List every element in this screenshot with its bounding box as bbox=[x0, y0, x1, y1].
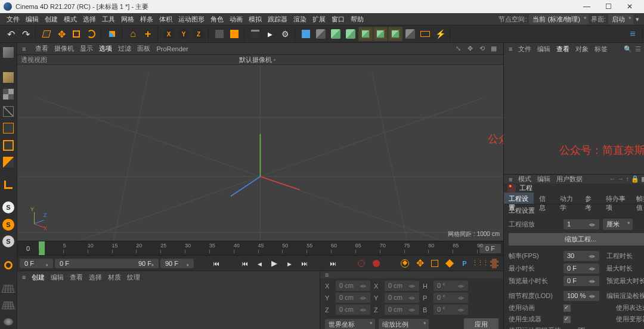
record-button[interactable] bbox=[355, 257, 368, 269]
mat-tab-select[interactable]: 选择 bbox=[89, 273, 102, 282]
vp-tab-filter[interactable]: 过滤 bbox=[118, 44, 131, 53]
camera-create-button[interactable] bbox=[418, 27, 432, 41]
menu-create[interactable]: 创建 bbox=[42, 14, 61, 25]
coord-rot-field[interactable]: 0 °◂▸ bbox=[434, 293, 468, 303]
menu-render[interactable]: 渲染 bbox=[290, 14, 309, 25]
workplane-button-2[interactable] bbox=[0, 297, 17, 312]
home-button[interactable] bbox=[126, 27, 140, 41]
menu-mograph[interactable]: 运动图形 bbox=[175, 14, 208, 25]
frame-range-field[interactable]: 0 F90 F bbox=[55, 259, 159, 268]
workplane-disc[interactable] bbox=[0, 314, 17, 329]
node-space-select[interactable]: 当前 (标准/物理) bbox=[529, 14, 588, 24]
prevmin-field[interactable]: 0 F◂▸ bbox=[564, 276, 599, 286]
make-editable-button[interactable] bbox=[0, 45, 17, 60]
subtab-todo[interactable]: 待办事项 bbox=[601, 193, 631, 204]
render-view-button[interactable] bbox=[248, 27, 262, 41]
texture-mode[interactable] bbox=[0, 87, 17, 102]
x-axis-lock[interactable]: X bbox=[162, 27, 176, 41]
gui-layout-select[interactable]: 启动 bbox=[608, 14, 633, 24]
coord-size-field[interactable]: 0 cm◂▸ bbox=[385, 281, 419, 291]
render-settings-button[interactable] bbox=[278, 27, 292, 41]
usegen-check[interactable] bbox=[564, 316, 571, 323]
menu-spline[interactable]: 样条 bbox=[137, 14, 156, 25]
z-axis-lock[interactable]: Z bbox=[191, 27, 206, 41]
menu-mesh[interactable]: 网格 bbox=[118, 14, 137, 25]
attr-nav-up[interactable]: ↑ bbox=[626, 175, 630, 183]
attr-menu-icon[interactable]: ≡ bbox=[509, 176, 512, 183]
vp-nav-orbit[interactable]: ⟲ bbox=[477, 44, 487, 54]
coord-rot-field[interactable]: 0 °◂▸ bbox=[434, 305, 468, 315]
menu-anim[interactable]: 动画 bbox=[227, 14, 246, 25]
mat-tab-edit[interactable]: 编辑 bbox=[51, 273, 64, 282]
key-scale-button[interactable] bbox=[443, 257, 456, 269]
mat-tab-texture[interactable]: 纹理 bbox=[127, 273, 140, 282]
attr-new-icon[interactable]: ◧ bbox=[641, 175, 644, 183]
workplane-mode[interactable] bbox=[0, 104, 17, 119]
goto-next-key[interactable] bbox=[298, 257, 311, 269]
key-sel-button[interactable] bbox=[428, 257, 441, 269]
obj-menu-icon[interactable]: ≡ bbox=[509, 45, 512, 52]
viewport-solo-2[interactable]: S bbox=[0, 217, 17, 232]
subtab-ref[interactable]: 参考 bbox=[580, 193, 600, 204]
obj-filter-icon[interactable]: ☰ bbox=[634, 45, 642, 53]
add-button[interactable] bbox=[141, 27, 155, 41]
render-button[interactable] bbox=[263, 27, 277, 41]
layout-toggle-icon[interactable]: ▾ bbox=[636, 15, 639, 23]
timeline-ruler[interactable]: 051015202530354045505560657075808590 bbox=[39, 241, 477, 255]
material-body[interactable] bbox=[17, 283, 320, 329]
viewport-solo-1[interactable]: S bbox=[0, 200, 17, 215]
menu-mode[interactable]: 模式 bbox=[61, 14, 80, 25]
obj-tab-tags[interactable]: 标签 bbox=[595, 45, 608, 54]
menu-sim[interactable]: 模拟 bbox=[246, 14, 265, 25]
obj-search-icon[interactable]: 🔍 bbox=[624, 45, 632, 53]
attr-nav-fwd[interactable]: → bbox=[618, 175, 624, 183]
subtab-interp[interactable]: 帧插值 bbox=[631, 193, 644, 204]
key-move-button[interactable] bbox=[413, 257, 426, 269]
menu-tracker[interactable]: 跟踪器 bbox=[265, 14, 290, 25]
key-dots-button[interactable] bbox=[473, 257, 486, 269]
prev-frame-button[interactable] bbox=[253, 257, 266, 269]
frame-start-field[interactable]: 0 F bbox=[20, 259, 53, 268]
menu-window[interactable]: 窗口 bbox=[329, 14, 348, 25]
menu-character[interactable]: 角色 bbox=[208, 14, 227, 25]
coord-size-field[interactable]: 0 cm◂▸ bbox=[385, 293, 419, 303]
vp-tab-options[interactable]: 选项 bbox=[99, 44, 112, 53]
generator2-button[interactable] bbox=[343, 27, 358, 41]
coord-pos-field[interactable]: 0 cm◂▸ bbox=[336, 281, 370, 291]
proj-scale-field[interactable]: 1◂▸ bbox=[564, 219, 599, 229]
fcurve-button[interactable] bbox=[488, 257, 501, 269]
coord-pos-field[interactable]: 0 cm◂▸ bbox=[336, 305, 370, 315]
menu-tool[interactable]: 工具 bbox=[99, 14, 118, 25]
workplane-button[interactable] bbox=[0, 280, 17, 295]
obj-tab-file[interactable]: 文件 bbox=[518, 45, 531, 54]
maximize-button[interactable]: ☐ bbox=[597, 0, 619, 13]
lod-field[interactable]: 100 %◂▸ bbox=[564, 291, 599, 301]
redo-button[interactable] bbox=[18, 27, 33, 41]
object-manager[interactable]: 公众号：简直奈斯 bbox=[504, 55, 644, 174]
goto-end-button[interactable] bbox=[326, 257, 339, 269]
model-mode[interactable] bbox=[0, 70, 17, 85]
vp-tab-prorender[interactable]: ProRender bbox=[156, 45, 188, 52]
viewport-camera-label[interactable]: 默认摄像机 bbox=[47, 55, 467, 64]
select-tool[interactable] bbox=[39, 27, 54, 41]
key-pos-button[interactable] bbox=[458, 257, 471, 269]
obj-tab-edit[interactable]: 编辑 bbox=[537, 45, 550, 54]
undo-button[interactable] bbox=[4, 27, 18, 41]
attr-tab-edit[interactable]: 编辑 bbox=[537, 175, 550, 184]
vp-tab-display[interactable]: 显示 bbox=[80, 44, 93, 53]
minimize-button[interactable]: — bbox=[576, 0, 597, 13]
coord-sys-button[interactable] bbox=[212, 27, 227, 41]
coord-sys-button-2[interactable] bbox=[227, 27, 242, 41]
y-axis-lock[interactable]: Y bbox=[177, 27, 191, 41]
vp-tab-camera[interactable]: 摄像机 bbox=[54, 44, 74, 53]
close-button[interactable]: ✕ bbox=[619, 0, 640, 13]
coord-apply-button[interactable]: 应用 bbox=[464, 318, 499, 329]
coord-space-select[interactable]: 世界坐标 bbox=[325, 319, 375, 329]
field-button[interactable] bbox=[388, 27, 402, 41]
vp-nav-zoom[interactable]: ✥ bbox=[465, 44, 475, 54]
viewport-3d[interactable]: 公众号：简直奈斯 Y X Z 网格间距 : 1000 cm bbox=[17, 65, 503, 241]
viewport-menu-icon[interactable] bbox=[22, 45, 29, 52]
coord-menu-icon[interactable]: ≡ bbox=[325, 271, 329, 278]
viewport-solo-3[interactable]: S bbox=[0, 234, 17, 249]
useanim-check[interactable] bbox=[564, 305, 571, 312]
